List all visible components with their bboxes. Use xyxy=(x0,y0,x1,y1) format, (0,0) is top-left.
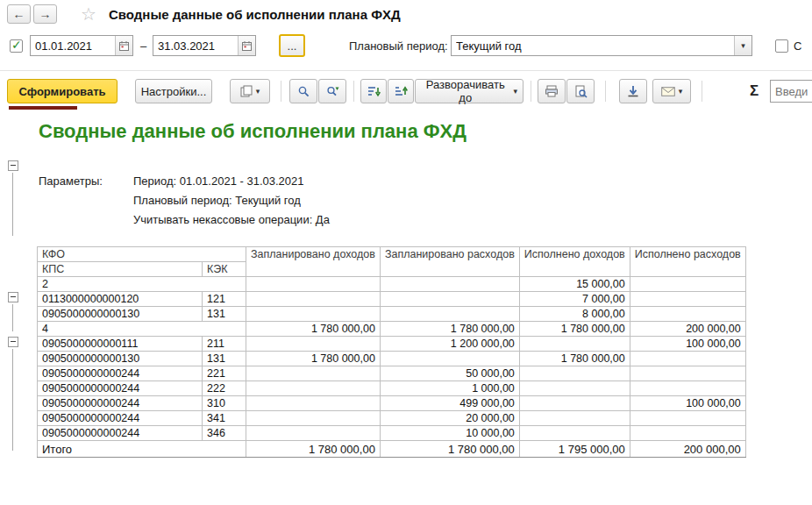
group-row[interactable]: 41 780 000,001 780 000,001 780 000,00200… xyxy=(38,322,746,337)
cell-kps: 0905000000000111 xyxy=(38,337,203,352)
group-tree-line xyxy=(12,173,13,236)
total-executed-income: 1 795 000,00 xyxy=(519,441,630,458)
forward-button[interactable]: → xyxy=(33,4,57,24)
report-canvas: Сводные данные об исполнении плана ФХД П… xyxy=(0,111,812,505)
cell-planned-income xyxy=(246,396,381,411)
print-button[interactable] xyxy=(538,79,566,103)
report-title: Сводные данные об исполнении плана ФХД xyxy=(39,120,467,143)
date-from-input[interactable] xyxy=(31,36,115,55)
cell-planned-income xyxy=(246,277,381,292)
print-preview-button[interactable] xyxy=(566,79,595,103)
header-kek: КЭК xyxy=(203,262,246,277)
period-more-button[interactable]: ... xyxy=(279,34,305,57)
cell-kps: 0905000000000130 xyxy=(38,307,203,322)
right-option-checkbox[interactable] xyxy=(775,39,788,53)
group-4-toggle[interactable] xyxy=(8,337,18,347)
cell-executed-expense: 100 000,00 xyxy=(630,396,745,411)
send-email-button[interactable]: ▾ xyxy=(652,79,691,103)
expand-all-button[interactable] xyxy=(388,79,414,103)
calendar-button[interactable] xyxy=(115,36,132,55)
expand-all-icon xyxy=(395,85,408,98)
cell-kek: 121 xyxy=(203,292,246,307)
cell-executed-expense xyxy=(630,352,745,366)
group-tree-line xyxy=(12,304,13,331)
plan-period-input[interactable] xyxy=(452,36,734,55)
report-group-toggle[interactable] xyxy=(8,160,18,171)
detail-row[interactable]: 09050000000002442221 000,00 xyxy=(38,381,746,396)
report-variants-button[interactable]: ▾ xyxy=(230,79,270,103)
email-icon xyxy=(661,87,675,96)
save-file-button[interactable] xyxy=(619,79,647,103)
detail-row[interactable]: 0905000000000244310499 000,00100 000,00 xyxy=(38,396,746,411)
favorite-star-icon[interactable]: ☆ xyxy=(81,4,96,25)
quick-search-input[interactable] xyxy=(770,80,812,103)
cell-executed-expense xyxy=(630,411,745,426)
period-enabled-checkbox[interactable] xyxy=(10,39,23,53)
cell-executed-expense xyxy=(630,307,745,322)
header-kps: КПС xyxy=(38,262,203,277)
cell-kek: 131 xyxy=(203,307,246,322)
cell-kps: 0905000000000244 xyxy=(38,411,203,426)
toolbar-divider xyxy=(702,81,702,102)
chevron-down-icon: ▾ xyxy=(741,42,745,50)
calendar-button[interactable] xyxy=(238,36,255,55)
detail-row[interactable]: 090500000000024422150 000,00 xyxy=(38,366,746,381)
date-to-input[interactable] xyxy=(153,36,238,55)
header-kfo: КФО xyxy=(38,247,246,262)
combo-dropdown-button[interactable]: ▾ xyxy=(734,36,751,55)
cell-planned-expense: 20 000,00 xyxy=(380,411,519,426)
collapse-all-button[interactable] xyxy=(360,79,387,103)
detail-row[interactable]: 01130000000001201217 000,00 xyxy=(38,292,746,307)
param-line: Плановый период: Текущий год xyxy=(133,194,301,207)
save-file-icon xyxy=(627,85,639,97)
cell-kek: 310 xyxy=(203,396,246,411)
cell-planned-income: 1 780 000,00 xyxy=(246,322,381,337)
detail-row[interactable]: 090500000000024434120 000,00 xyxy=(38,411,746,426)
cell-kps: 0113000000000120 xyxy=(38,292,203,307)
cell-planned-income xyxy=(246,337,381,352)
find-next-button[interactable] xyxy=(318,79,346,103)
total-executed-expense: 200 000,00 xyxy=(630,441,745,458)
cell-executed-income xyxy=(519,411,630,426)
calendar-icon xyxy=(118,40,130,52)
cell-executed-income xyxy=(519,426,630,441)
cell-planned-expense: 50 000,00 xyxy=(380,366,519,381)
cell-planned-income xyxy=(246,411,381,426)
plan-period-combo[interactable]: ▾ xyxy=(451,35,752,56)
cell-kps: 0905000000000130 xyxy=(38,352,203,366)
group-2-toggle[interactable] xyxy=(8,292,18,302)
total-row[interactable]: Итого 1 780 000,00 1 780 000,00 1 795 00… xyxy=(38,441,746,458)
detail-row[interactable]: 09050000000001301311 780 000,001 780 000… xyxy=(38,352,746,366)
detail-row[interactable]: 090500000000024434610 000,00 xyxy=(38,426,746,441)
cell-executed-expense: 100 000,00 xyxy=(630,337,745,352)
group-tree-line xyxy=(12,349,13,451)
date-from-field[interactable] xyxy=(30,35,133,56)
cell-planned-income: 1 780 000,00 xyxy=(246,352,381,366)
sum-button[interactable]: Σ xyxy=(750,82,759,100)
print-preview-icon xyxy=(574,85,588,98)
back-button[interactable]: ← xyxy=(7,4,31,24)
cell-kek: 131 xyxy=(203,352,246,366)
detail-row[interactable]: 09050000000001112111 200 000,00100 000,0… xyxy=(38,337,746,352)
generate-button[interactable]: Сформировать xyxy=(7,79,118,103)
chevron-down-icon: ▾ xyxy=(256,88,260,96)
find-button[interactable] xyxy=(289,79,317,103)
cell-kek: 341 xyxy=(203,411,246,426)
cell-executed-income xyxy=(519,366,630,381)
settings-button[interactable]: Настройки... xyxy=(135,79,212,103)
cell-executed-income: 7 000,00 xyxy=(519,292,630,307)
report-window: ← → ☆ Сводные данные об исполнении плана… xyxy=(0,0,812,505)
right-option-label: С xyxy=(794,39,801,53)
cell-kps: 0905000000000244 xyxy=(38,381,203,396)
search-icon xyxy=(297,85,310,98)
date-to-field[interactable] xyxy=(153,35,256,56)
detail-row[interactable]: 09050000000001301318 000,00 xyxy=(38,307,746,322)
cell-executed-income: 1 780 000,00 xyxy=(519,352,630,366)
cell-planned-expense: 1 200 000,00 xyxy=(380,337,519,352)
cell-planned-expense: 499 000,00 xyxy=(380,396,519,411)
cell-executed-income: 8 000,00 xyxy=(519,307,630,322)
group-row[interactable]: 215 000,00 xyxy=(38,277,746,292)
cell-executed-income: 15 000,00 xyxy=(519,277,630,292)
cell-planned-income xyxy=(246,292,381,307)
expand-to-button[interactable]: Разворачивать до ▾ xyxy=(415,79,524,103)
